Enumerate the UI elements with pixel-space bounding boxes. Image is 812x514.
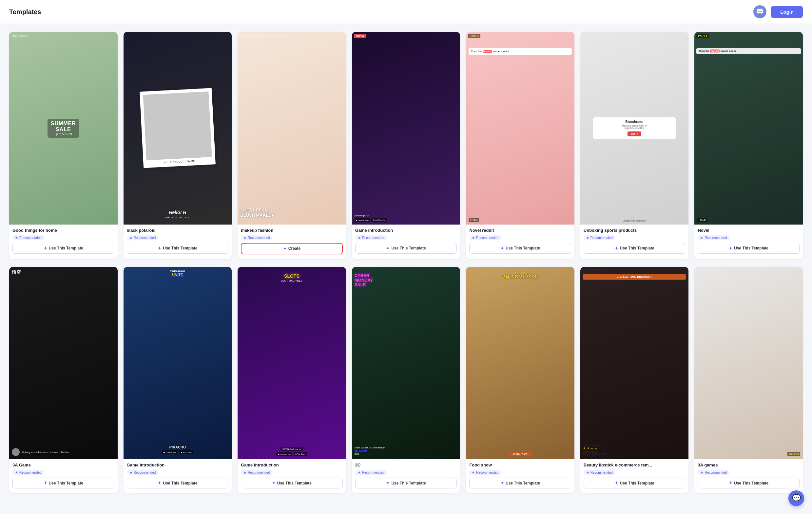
star-icon: ★ (700, 236, 703, 239)
card-thumbnail-3c: CYBERMONDAYSALE Meta Quest 2's immersive… (352, 267, 460, 460)
card-info-makeup-fashion: makeup fashion ★ Recommended ✦ Create (238, 225, 346, 259)
thumb-overlay-game-intro-2: Pokémon UNITE PIKACHU ▶ Google play ▶ Ap… (123, 267, 232, 460)
card-name-game-intro-1: Game introduction (355, 228, 457, 233)
card-info-good-things-home: Good things for home ★ Recommended ✦ Use… (9, 225, 118, 258)
star-icon: ★ (472, 471, 475, 474)
use-template-button-beauty-lipstick[interactable]: ✦ Use This Template (584, 478, 686, 488)
card-thumbnail-novel: PART 1 Then the hand's owner Locke 11744… (694, 32, 803, 225)
template-row-2: 悟空 Wukong and embark on an arduous culti… (9, 267, 803, 493)
thumb-overlay-game-intro-1: TOP 18 puzzle pros ▶ Google Play Jewel V… (352, 32, 460, 225)
card-badge-good-things-home: ★ Recommended (12, 235, 44, 240)
create-button-makeup-fashion[interactable]: ✦ Create (241, 243, 343, 254)
use-template-button-game-intro-3[interactable]: ✦ Use This Template (241, 478, 343, 488)
star-icon: ★ (358, 471, 361, 474)
badge-label: Recommended (248, 236, 270, 239)
use-template-button-game-intro-2[interactable]: ✦ Use This Template (127, 478, 229, 488)
plus-icon: ✦ (157, 481, 161, 485)
card-info-beauty-lipstick: Beauty lipstick e-commerce tem... ★ Reco… (580, 459, 689, 493)
card-badge-unboxing-sports: ★ Recommended (584, 235, 615, 240)
template-row-1: Brandname SUMMERSALE up to 50% off Good … (9, 32, 803, 259)
use-template-button-novel-reddit[interactable]: ✦ Use This Template (469, 243, 571, 254)
card-info-novel-reddit: Novel reddit ★ Recommended ✦ Use This Te… (466, 225, 574, 258)
use-template-button-3a-games[interactable]: ✦ Use This Template (698, 478, 800, 488)
thumb-overlay-3c: CYBERMONDAYSALE Meta Quest 2's immersive… (352, 267, 460, 460)
use-template-button-game-intro-1[interactable]: ✦ Use This Template (355, 243, 457, 254)
star-icon: ★ (586, 236, 589, 239)
card-badge-food-show: ★ Recommended (469, 470, 501, 475)
star-icon: ★ (243, 471, 246, 474)
star-icon: ★ (15, 471, 18, 474)
use-template-button-novel[interactable]: ✦ Use This Template (698, 243, 800, 254)
card-info-novel: Novel ★ Recommended ✦ Use This Template (694, 225, 803, 258)
badge-label: Recommended (590, 471, 613, 474)
card-info-3a-game: 3A Game ★ Recommended ✦ Use This Templat… (9, 459, 118, 493)
thumb-overlay-3a-games: Wukong (694, 267, 803, 460)
login-button[interactable]: Login (771, 6, 803, 18)
plus-icon: ✦ (729, 246, 732, 251)
use-template-button-food-show[interactable]: ✦ Use This Template (469, 478, 571, 488)
card-makeup-fashion: PAINLESS SHIMMER PEACHY VIBE SOFT CREAMB… (238, 32, 346, 259)
thumb-overlay-black-polaroid: YOUR PRODUCT NAME Hello! H SHOP NOW →→ (123, 32, 232, 225)
card-good-things-home: Brandname SUMMERSALE up to 50% off Good … (9, 32, 118, 259)
card-thumbnail-game-intro-1: TOP 18 puzzle pros ▶ Google Play Jewel V… (352, 32, 460, 225)
badge-label: Recommended (362, 236, 384, 239)
card-name-novel-reddit: Novel reddit (469, 228, 571, 233)
plus-icon: ✦ (386, 246, 389, 251)
use-template-button-3a-game[interactable]: ✦ Use This Template (12, 478, 114, 488)
card-name-game-intro-3: Game introduction (241, 462, 343, 467)
thumb-overlay-good-things-home: Brandname SUMMERSALE up to 50% off (9, 32, 118, 225)
card-thumbnail-black-polaroid: YOUR PRODUCT NAME Hello! H SHOP NOW →→ (123, 32, 232, 225)
card-name-3c: 3C (355, 462, 457, 467)
star-icon: ★ (700, 471, 703, 474)
use-template-button-good-things-home[interactable]: ✦ Use This Template (12, 243, 114, 254)
thumb-overlay-food-show: Spicy menu DELICIOUS FOOD ORDER NOW (466, 267, 574, 460)
card-name-food-show: Food show (469, 462, 571, 467)
star-icon: ★ (243, 236, 246, 239)
card-novel-reddit: PART 1 Then the hand's owner Looks 11744… (466, 32, 574, 259)
thumb-overlay-novel-reddit: PART 1 Then the hand's owner Looks 11744… (466, 32, 574, 225)
card-badge-3a-game: ★ Recommended (12, 470, 44, 475)
plus-icon: ✦ (157, 246, 161, 251)
plus-icon: ✦ (283, 246, 287, 251)
card-thumbnail-3a-game: 悟空 Wukong and embark on an arduous culti… (9, 267, 118, 460)
discord-button[interactable] (753, 5, 766, 18)
card-unboxing-sports: Brandname Make an appointment toexperien… (580, 32, 689, 259)
card-name-beauty-lipstick: Beauty lipstick e-commerce tem... (584, 462, 686, 467)
card-badge-3c: ★ Recommended (355, 470, 387, 475)
badge-label: Recommended (704, 236, 727, 239)
btn-label: Use This Template (734, 481, 768, 485)
card-thumbnail-unboxing-sports: Brandname Make an appointment toexperien… (580, 32, 689, 225)
plus-icon: ✦ (500, 481, 504, 485)
main-content: Brandname SUMMERSALE up to 50% off Good … (0, 24, 812, 509)
star-icon: ★ (472, 236, 475, 239)
card-badge-black-polaroid: ★ Recommended (127, 235, 158, 240)
card-name-makeup-fashion: makeup fashion (241, 228, 343, 233)
star-icon: ★ (129, 236, 133, 239)
card-name-unboxing-sports: Unboxing sports products (584, 228, 686, 233)
btn-label: Use This Template (620, 246, 655, 251)
header-actions: Login (753, 5, 803, 18)
plus-icon: ✦ (500, 246, 504, 251)
use-template-button-unboxing-sports[interactable]: ✦ Use This Template (584, 243, 686, 254)
btn-label: Create (288, 246, 300, 251)
card-thumbnail-beauty-lipstick: www.brandname.com LIMITED TIME DISCOUNT … (580, 267, 689, 460)
card-badge-makeup-fashion: ★ Recommended (241, 235, 272, 240)
badge-label: Recommended (19, 236, 41, 239)
card-thumbnail-makeup-fashion: PAINLESS SHIMMER PEACHY VIBE SOFT CREAMB… (238, 32, 346, 225)
template-grid-row1: Brandname SUMMERSALE up to 50% off Good … (9, 32, 803, 259)
plus-icon: ✦ (44, 481, 47, 485)
card-game-intro-1: TOP 18 puzzle pros ▶ Google Play Jewel V… (352, 32, 460, 259)
badge-label: Recommended (476, 471, 498, 474)
chat-fab-button[interactable]: 💬 (788, 490, 804, 506)
card-thumbnail-game-intro-2: Pokémon UNITE PIKACHU ▶ Google play ▶ Ap… (123, 267, 232, 460)
card-name-3a-games: 3A games (698, 462, 800, 467)
card-name-black-polaroid: black polaroid (127, 228, 229, 233)
badge-label: Recommended (248, 471, 270, 474)
btn-label: Use This Template (49, 481, 83, 485)
card-info-unboxing-sports: Unboxing sports products ★ Recommended ✦… (580, 225, 689, 258)
use-template-button-3c[interactable]: ✦ Use This Template (355, 478, 457, 488)
use-template-button-black-polaroid[interactable]: ✦ Use This Template (127, 243, 229, 254)
card-name-game-intro-2: Game introduction (127, 462, 229, 467)
card-name-good-things-home: Good things for home (12, 228, 114, 233)
template-grid-row2: 悟空 Wukong and embark on an arduous culti… (9, 267, 803, 493)
